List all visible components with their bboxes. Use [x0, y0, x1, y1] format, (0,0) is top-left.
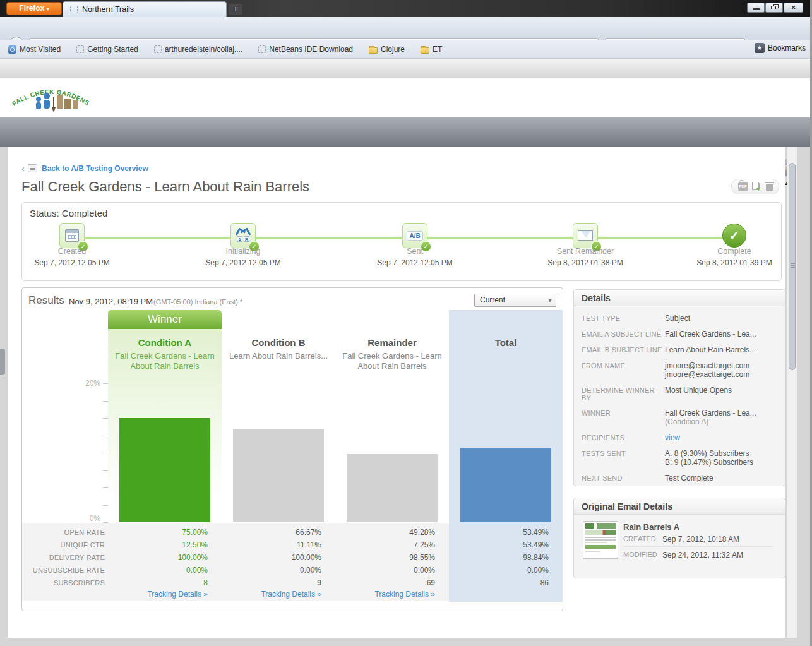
bookmark-folder-clojure[interactable]: Clojure	[366, 45, 405, 54]
tracking-details-link-remainder[interactable]: Tracking Details »	[374, 590, 435, 599]
detail-row-tests-sent: TESTS SENT A: 8 (9.30%) SubscribersB: 9 …	[582, 449, 779, 467]
bookmark-favicon-placeholder-icon	[76, 45, 84, 53]
bar-chart	[22, 288, 563, 522]
status-heading: Status: Completed	[30, 208, 107, 218]
results-panel: Results Nov 9, 2012, 08:19 PM (GMT-05:00…	[21, 287, 563, 611]
detail-row-from-name: FROM NAME jmoore@exacttarget.comjmoore@e…	[582, 361, 779, 379]
tab-title: Northern Trails	[82, 5, 134, 14]
bookmark-favicon-placeholder-icon	[258, 45, 266, 53]
page-scrollbar[interactable]	[787, 147, 797, 638]
detail-row-recipients: RECIPIENTS view	[582, 433, 779, 442]
new-tab-button[interactable]: +	[229, 4, 242, 15]
folder-icon	[421, 47, 429, 54]
stats-row-open-rate: OPEN RATE 75.00% 66.67% 49.28% 53.49%	[22, 526, 563, 539]
stats-row-delivery-rate: DELIVERY RATE 100.00% 100.00% 98.55% 98.…	[22, 551, 563, 564]
stats-row-subscribers: SUBSCRIBERS 8 9 69 86	[22, 577, 563, 589]
firefox-menu-label: Firefox	[19, 4, 44, 13]
status-panel: Status: Completed ✓ Created Sep 7, 2012 …	[21, 202, 782, 281]
detail-row-determine-winner: DETERMINE WINNER BY Most Unique Opens	[582, 386, 779, 402]
page-title: Fall Creek Gardens - Learn About Rain Ba…	[21, 179, 309, 195]
initializing-ab-split-icon: AB ✓	[230, 223, 256, 248]
copy-icon[interactable]	[754, 183, 760, 190]
restore-icon	[771, 6, 776, 9]
envelope-icon: ✓	[573, 223, 598, 248]
created-calendar-icon: ✓	[59, 223, 85, 248]
folder-icon	[369, 47, 378, 54]
page-side-tab[interactable]	[0, 349, 5, 375]
minimize-icon	[753, 8, 760, 10]
details-panel: Details TEST TYPE Subject EMAIL A SUBJEC…	[573, 289, 785, 486]
window-titlebar: Firefox ▾ Northern Trails + ×	[0, 0, 812, 17]
bar-total	[460, 448, 551, 522]
bookmarks-star-icon: ★	[755, 43, 765, 53]
bookmark-favicon-placeholder-icon	[154, 45, 162, 53]
bookmarks-toolbar: Most Visited Getting Started arthuredels…	[0, 40, 812, 59]
bar-condition-b	[233, 429, 324, 522]
main-tab-bar: Content Subscribers Tracking Interaction…	[0, 117, 812, 147]
site-header: FALL CREEK GARDENS Home 3sixty Settings …	[0, 78, 812, 117]
bookmark-netbeans[interactable]: NetBeans IDE Download	[255, 45, 353, 54]
detail-row-email-a: EMAIL A SUBJECT LINE Fall Creek Gardens …	[582, 330, 779, 338]
email-name: Rain Barrels A	[623, 522, 679, 532]
bookmark-getting-started[interactable]: Getting Started	[73, 45, 138, 54]
email-modified-row: MODIFIED Sep 24, 2012, 11:32 AM	[623, 551, 743, 559]
export-pdf-icon[interactable]: PDF	[738, 182, 748, 191]
scrollbar-thumb[interactable]	[789, 163, 796, 370]
back-link-row: ‹ Back to A/B Testing Overview	[21, 163, 148, 174]
detail-row-winner: WINNER Fall Creek Gardens - Lea...(Condi…	[582, 409, 779, 426]
tracking-links-row: Tracking Details » Tracking Details » Tr…	[22, 590, 563, 599]
details-heading: Details	[574, 290, 785, 306]
chevron-down-icon: ▾	[47, 6, 49, 12]
original-email-heading: Original Email Details	[574, 498, 785, 515]
bookmark-arthuredelstein[interactable]: arthuredelstein/collaj....	[151, 45, 242, 54]
fall-creek-gardens-logo: FALL CREEK GARDENS	[10, 80, 92, 117]
tracking-details-link-b[interactable]: Tracking Details »	[261, 590, 321, 599]
bar-condition-a	[119, 418, 210, 522]
chevron-left-icon: ‹	[21, 163, 25, 174]
bookmark-folder-et[interactable]: ET	[417, 45, 442, 54]
scrollbar-grip-icon	[791, 263, 795, 264]
detail-row-next-send: NEXT SEND Test Complete	[582, 474, 779, 482]
navigation-toolbar: ← https://members.exacttarget.com/defaul…	[0, 17, 812, 40]
recipients-view-link[interactable]: view	[665, 433, 680, 442]
restore-button[interactable]	[765, 3, 783, 13]
divider	[623, 546, 772, 547]
stats-row-unsubscribe-rate: UNSUBSCRIBE RATE 0.00% 0.00% 0.00% 0.00%	[22, 564, 563, 577]
original-email-panel: Original Email Details Rain Barrels A CR…	[573, 498, 785, 578]
sent-ab-icon: A/B ✓	[402, 223, 427, 248]
email-thumbnail[interactable]	[583, 521, 618, 559]
most-visited-icon	[8, 45, 16, 54]
browser-tab[interactable]: Northern Trails	[63, 1, 227, 17]
bookmarks-menu-button[interactable]: ★ Bookmarks	[755, 43, 806, 53]
tracking-details-link-a[interactable]: Tracking Details »	[147, 590, 208, 599]
addon-toolbar: + ▾ ▾ Search ▾ Setup ▾ No client ready f…	[0, 59, 812, 78]
list-icon	[28, 164, 37, 172]
bookmark-most-visited[interactable]: Most Visited	[5, 45, 61, 54]
tab-favicon-placeholder-icon	[70, 6, 78, 13]
page-actions: PDF	[731, 179, 779, 194]
delete-icon[interactable]	[766, 184, 773, 191]
svg-text:FALL CREEK GARDENS: FALL CREEK GARDENS	[11, 88, 90, 107]
close-button[interactable]: ×	[784, 3, 803, 13]
complete-check-icon: ✓	[722, 224, 746, 248]
stats-row-unique-ctr: UNIQUE CTR 12.50% 11.11% 7.25% 53.49%	[22, 539, 563, 551]
bar-remainder	[347, 454, 438, 522]
minimize-button[interactable]	[747, 3, 765, 13]
detail-row-email-b: EMAIL B SUBJECT LINE Learn About Rain Ba…	[582, 345, 779, 354]
detail-row-test-type: TEST TYPE Subject	[582, 314, 779, 323]
email-created-row: CREATED Sep 7, 2012, 10:18 AM	[623, 535, 739, 544]
browser-window: Firefox ▾ Northern Trails + × ← https://…	[0, 0, 812, 646]
back-to-overview-link[interactable]: Back to A/B Testing Overview	[42, 164, 148, 173]
firefox-menu-button[interactable]: Firefox ▾	[6, 2, 62, 15]
